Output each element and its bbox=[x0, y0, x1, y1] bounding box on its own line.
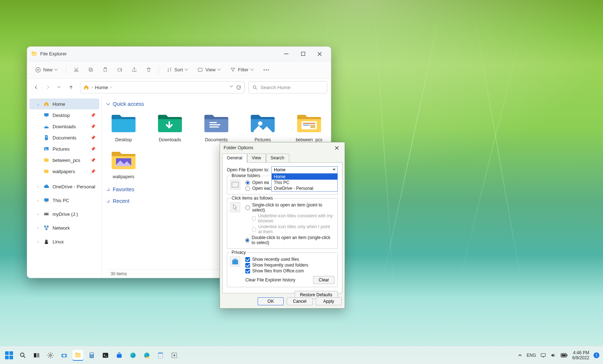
folder-window-icon bbox=[230, 180, 240, 190]
tab-view[interactable]: View bbox=[247, 154, 266, 163]
filter-button[interactable]: Filter bbox=[226, 64, 258, 76]
pin-icon: 📌 bbox=[91, 147, 96, 151]
breadcrumb-item[interactable]: Home bbox=[95, 85, 108, 90]
taskbar-settings-icon[interactable] bbox=[45, 350, 56, 361]
check-recent-files[interactable]: Show recently used files bbox=[245, 256, 334, 262]
more-button[interactable] bbox=[259, 64, 273, 76]
breadcrumb[interactable]: › Home › bbox=[80, 81, 245, 93]
tray-chevron-icon[interactable] bbox=[518, 353, 522, 357]
sidebar-item-wallpapers[interactable]: wallpapers📌 bbox=[29, 166, 99, 177]
sidebar-item-thispc[interactable]: ›This PC bbox=[29, 195, 99, 206]
sidebar-item-network[interactable]: ›Network bbox=[29, 222, 99, 233]
taskbar-terminal-icon[interactable] bbox=[100, 350, 111, 361]
sidebar: ⌄ Home Desktop📌 Downloads📌 Documents📌 Pi… bbox=[27, 96, 102, 278]
section-quick-access[interactable]: Quick access bbox=[107, 101, 326, 107]
item-documents[interactable]: Documents bbox=[200, 112, 233, 142]
start-button[interactable] bbox=[4, 350, 14, 361]
taskbar-explorer-icon[interactable] bbox=[72, 350, 83, 361]
option-onedrive[interactable]: OneDrive - Personal bbox=[272, 185, 337, 191]
svg-rect-45 bbox=[9, 351, 13, 355]
item-between-pcs[interactable]: between_pcs bbox=[292, 112, 326, 142]
taskbar-edge-canary-icon[interactable] bbox=[141, 350, 152, 361]
taskbar-edge-icon[interactable] bbox=[128, 350, 138, 361]
sidebar-item-desktop[interactable]: Desktop📌 bbox=[29, 110, 99, 121]
taskbar-store-icon[interactable] bbox=[114, 350, 125, 361]
close-button[interactable] bbox=[311, 49, 328, 59]
sidebar-item-downloads[interactable]: Downloads📌 bbox=[29, 121, 99, 132]
nav-back-button[interactable] bbox=[31, 82, 42, 93]
svg-rect-24 bbox=[44, 213, 49, 215]
taskbar-snipping-icon[interactable] bbox=[169, 350, 180, 361]
svg-point-12 bbox=[266, 69, 267, 70]
ok-button[interactable]: OK bbox=[258, 297, 284, 305]
refresh-button[interactable] bbox=[236, 85, 241, 90]
taskbar-search-button[interactable] bbox=[17, 350, 28, 361]
tray-battery-icon[interactable] bbox=[561, 353, 568, 357]
apply-button[interactable]: Apply bbox=[316, 297, 342, 305]
dialog-close-button[interactable] bbox=[332, 144, 342, 152]
tab-search[interactable]: Search bbox=[266, 154, 289, 163]
copy-button[interactable] bbox=[84, 64, 97, 76]
sidebar-item-pictures[interactable]: Pictures📌 bbox=[29, 143, 99, 154]
chevron-down-icon[interactable] bbox=[230, 85, 234, 88]
sort-button[interactable]: Sort bbox=[163, 64, 192, 76]
minimize-button[interactable] bbox=[278, 49, 295, 59]
titlebar[interactable]: File Explorer bbox=[27, 47, 331, 61]
paste-button[interactable] bbox=[99, 64, 112, 76]
sidebar-item-home[interactable]: ⌄ Home bbox=[29, 99, 99, 109]
dialog-titlebar[interactable]: Folder Options bbox=[220, 142, 345, 153]
monitor-icon bbox=[43, 197, 50, 204]
item-wallpapers[interactable]: wallpapers bbox=[107, 149, 140, 179]
tray-clock[interactable]: 4:46 PM 6/9/2022 bbox=[572, 350, 589, 360]
pin-icon: 📌 bbox=[91, 169, 96, 174]
svg-point-51 bbox=[50, 354, 51, 356]
linux-icon bbox=[43, 238, 50, 245]
svg-rect-23 bbox=[45, 201, 47, 202]
taskbar-calculator-icon[interactable] bbox=[86, 350, 97, 361]
svg-point-56 bbox=[91, 355, 91, 356]
check-frequent-folders[interactable]: Show frequently used folders bbox=[245, 262, 334, 268]
svg-rect-34 bbox=[209, 124, 220, 125]
new-button[interactable]: New bbox=[32, 64, 62, 76]
network-icon bbox=[43, 225, 50, 231]
sidebar-item-onedrive[interactable]: ›OneDrive - Personal bbox=[29, 181, 99, 192]
nav-recent-button[interactable] bbox=[54, 82, 65, 93]
tray-language[interactable]: ENG bbox=[527, 353, 536, 358]
item-pictures[interactable]: Pictures bbox=[246, 112, 279, 142]
search-input[interactable]: Search Home bbox=[248, 81, 327, 93]
item-downloads[interactable]: Downloads bbox=[153, 112, 187, 142]
open-to-select[interactable]: Home Home This PC OneDrive - Personal bbox=[271, 166, 338, 173]
nav-forward-button[interactable] bbox=[42, 82, 53, 93]
sidebar-item-documents[interactable]: Documents📌 bbox=[29, 132, 99, 143]
rename-button[interactable] bbox=[113, 64, 126, 76]
share-button[interactable] bbox=[128, 64, 141, 76]
tray-network-icon[interactable] bbox=[540, 352, 546, 358]
maximize-button[interactable] bbox=[295, 49, 311, 59]
share-icon bbox=[131, 67, 137, 73]
cut-button[interactable] bbox=[70, 64, 83, 76]
cancel-button[interactable]: Cancel bbox=[287, 297, 313, 305]
taskbar-camera-icon[interactable] bbox=[59, 350, 70, 361]
item-desktop[interactable]: Desktop bbox=[107, 112, 140, 142]
sidebar-item-between-pcs[interactable]: between_pcs📌 bbox=[29, 155, 99, 166]
option-home[interactable]: Home bbox=[272, 174, 337, 180]
sidebar-item-linux[interactable]: ›Linux bbox=[29, 236, 99, 247]
svg-rect-15 bbox=[44, 113, 49, 116]
taskbar-taskview-button[interactable] bbox=[31, 350, 42, 361]
clear-button[interactable]: Clear bbox=[313, 276, 334, 284]
tab-general[interactable]: General bbox=[222, 154, 247, 163]
tray-volume-icon[interactable] bbox=[550, 352, 556, 358]
taskbar-notepad-icon[interactable] bbox=[155, 350, 166, 361]
svg-rect-18 bbox=[45, 137, 47, 137]
delete-button[interactable] bbox=[142, 64, 155, 76]
nav-up-button[interactable] bbox=[66, 82, 76, 93]
check-office-files[interactable]: Show files from Office.com bbox=[245, 268, 334, 274]
radio-single-click[interactable]: Single-click to open an item (point to s… bbox=[245, 202, 334, 213]
browse-folders-label: Browse folders bbox=[230, 173, 262, 178]
sidebar-item-mydrive[interactable]: ›myDrive (J:) bbox=[29, 209, 99, 219]
option-this-pc[interactable]: This PC bbox=[272, 180, 337, 185]
svg-rect-1 bbox=[301, 52, 305, 56]
radio-double-click[interactable]: Double-click to open an item (single-cli… bbox=[245, 235, 334, 246]
view-button[interactable]: View bbox=[194, 64, 225, 76]
tray-notification-badge[interactable]: 1 bbox=[594, 352, 599, 358]
